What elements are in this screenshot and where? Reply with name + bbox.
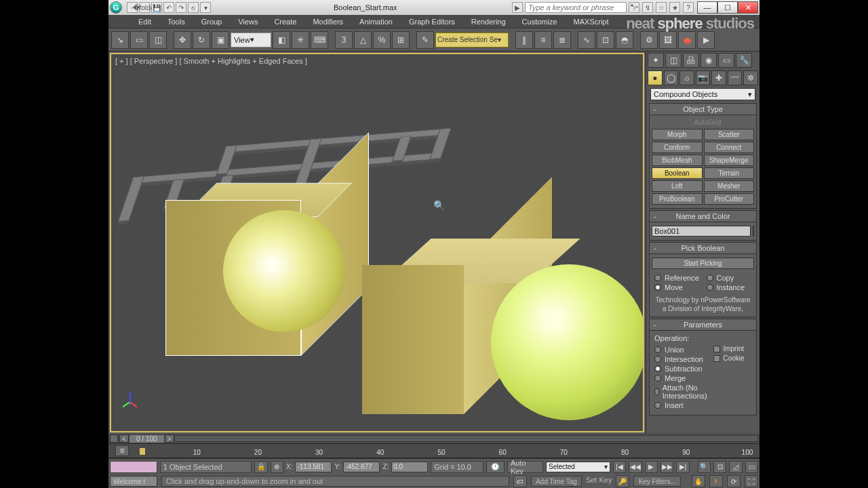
nav-walk-icon[interactable]: 🚶 <box>709 475 723 487</box>
nav-zoomall-icon[interactable]: ⊡ <box>713 461 726 473</box>
anglesnap-icon[interactable]: △ <box>354 31 372 49</box>
time-ruler[interactable]: ≡ 102030405060708090100 <box>108 443 760 458</box>
help-icon[interactable]: ? <box>683 2 694 13</box>
fav-icon[interactable]: ★ <box>669 2 680 13</box>
binoculars-icon[interactable]: 🔭 <box>629 2 639 13</box>
objtype-mesher[interactable]: Mesher <box>704 180 755 192</box>
menu-tools[interactable]: Tools <box>165 16 188 27</box>
menu-grapheditors[interactable]: Graph Editors <box>406 16 458 27</box>
tab-utilities-icon[interactable]: 🔧 <box>736 53 752 68</box>
spinnersnap-icon[interactable]: ⊞ <box>392 31 410 49</box>
key-marker[interactable] <box>140 448 145 455</box>
subtab-cameras-icon[interactable]: 📷 <box>696 70 711 85</box>
subtab-spacewarps-icon[interactable]: 〰 <box>728 70 743 85</box>
subtab-helpers-icon[interactable]: ✚ <box>711 70 726 85</box>
material-icon[interactable]: ◓ <box>616 31 633 49</box>
menu-rendering[interactable]: Rendering <box>469 16 509 27</box>
op-merge[interactable] <box>654 375 661 382</box>
time-slider[interactable]: < 0 / 100 > <box>108 434 760 443</box>
goto-start-icon[interactable]: |◀ <box>613 461 626 473</box>
viewport-perspective[interactable]: [ + ] [ Perspective ] [ Smooth + Highlig… <box>110 53 644 432</box>
pivot-icon[interactable]: ◧ <box>273 31 290 49</box>
move-icon[interactable]: ✥ <box>174 31 191 49</box>
op-subtraction[interactable] <box>654 365 661 372</box>
tab-modify-icon[interactable]: ◫ <box>665 53 682 68</box>
objtype-proboolean[interactable]: ProBoolean <box>652 193 703 205</box>
keyfilters-button[interactable]: Key Filters... <box>633 476 681 487</box>
color-swatch[interactable] <box>753 226 754 237</box>
op-attach-no-intersections-[interactable] <box>654 388 659 395</box>
menu-views[interactable]: Views <box>235 16 260 27</box>
percentsnap-icon[interactable]: % <box>373 31 391 49</box>
play-icon[interactable]: ▶ <box>645 461 658 473</box>
menu-create[interactable]: Create <box>271 16 299 27</box>
more-icon[interactable]: ▾ <box>200 2 211 13</box>
setkey-button[interactable]: Set Key <box>586 476 612 487</box>
prev-frame-icon[interactable]: ◀◀ <box>629 461 642 473</box>
radio-instance[interactable] <box>707 284 713 291</box>
save-icon[interactable]: 💾 <box>151 2 162 13</box>
timeslider-prev[interactable]: < <box>119 434 129 443</box>
rollout-pick-boolean[interactable]: -Pick Boolean <box>649 242 757 254</box>
objtype-terrain[interactable]: Terrain <box>704 167 755 179</box>
tab-hierarchy-icon[interactable]: 品 <box>683 53 699 68</box>
render-prod-icon[interactable]: ▶ <box>697 31 715 49</box>
abs-rel-icon[interactable]: ⊕ <box>271 461 283 473</box>
objtype-procutter[interactable]: ProCutter <box>704 193 755 205</box>
timeslider-config-icon[interactable] <box>110 434 118 443</box>
autogrid-checkbox[interactable] <box>685 119 692 126</box>
timetag-icon[interactable]: 🏷 <box>513 475 527 487</box>
edit-named-icon[interactable]: ✎ <box>416 31 434 49</box>
select-link-icon[interactable]: ↘ <box>111 31 129 49</box>
nav-fov-icon[interactable]: ◿ <box>729 461 742 473</box>
render-icon[interactable]: 🫖 <box>678 31 696 49</box>
wand-icon[interactable]: ↯ <box>642 2 653 13</box>
category-dropdown[interactable]: Compound Objects▾ <box>650 88 755 100</box>
rollout-object-type[interactable]: -Object Type <box>649 103 757 115</box>
subtab-systems-icon[interactable]: ✲ <box>743 70 758 85</box>
nav-zoom-icon[interactable]: 🔍 <box>698 461 711 473</box>
scene-sphere-1[interactable] <box>223 210 345 332</box>
rollout-parameters[interactable]: -Parameters <box>649 319 757 331</box>
curve-editor-icon[interactable]: ∿ <box>578 31 595 49</box>
subtab-geometry-icon[interactable]: ● <box>648 70 663 85</box>
menu-modifiers[interactable]: Modifiers <box>310 16 346 27</box>
keyboard-icon[interactable]: ⌨ <box>311 31 328 49</box>
radio-copy[interactable] <box>707 274 713 281</box>
scale-icon[interactable]: ▣ <box>212 31 229 49</box>
imprint-checkbox[interactable] <box>713 346 720 352</box>
snap3-icon[interactable]: 3 <box>335 31 353 49</box>
rollout-name-color[interactable]: -Name and Color <box>649 210 757 222</box>
goto-end-icon[interactable]: ▶| <box>676 461 689 473</box>
trackbar-toggle-icon[interactable]: ≡ <box>115 445 129 456</box>
render-setup-icon[interactable]: ⚙ <box>640 31 658 49</box>
x-input[interactable] <box>295 462 332 472</box>
objtype-blobmesh[interactable]: BlobMesh <box>652 155 703 166</box>
timeslider-value[interactable]: 0 / 100 <box>129 434 165 443</box>
app-icon[interactable]: G <box>110 1 122 14</box>
tab-motion-icon[interactable]: ◉ <box>701 53 717 68</box>
key-mode-icon[interactable]: 🔑 <box>616 475 629 487</box>
op-union[interactable] <box>654 346 661 353</box>
star-icon[interactable]: ☆ <box>656 2 667 13</box>
objtype-loft[interactable]: Loft <box>652 180 703 192</box>
objtype-boolean[interactable]: Boolean <box>652 167 703 179</box>
radio-reference[interactable] <box>654 274 661 281</box>
tab-display-icon[interactable]: ▭ <box>718 53 734 68</box>
menu-edit[interactable]: Edit <box>136 16 154 27</box>
ref-coord-dropdown[interactable]: View▾ <box>231 33 271 47</box>
objtype-shapemerge[interactable]: ShapeMerge <box>704 155 755 166</box>
menu-animation[interactable]: Animation <box>357 16 395 27</box>
object-name-input[interactable] <box>652 226 751 237</box>
nav-region-icon[interactable]: ▭ <box>745 461 758 473</box>
named-sel-dropdown[interactable]: Create Selection Se▾ <box>435 33 509 47</box>
next-frame-icon[interactable]: ▶▶ <box>660 461 673 473</box>
listener-input[interactable] <box>110 476 157 487</box>
search-input[interactable] <box>525 2 627 13</box>
select-region-icon[interactable]: ▭ <box>130 31 148 49</box>
select-window-icon[interactable]: ◫ <box>149 31 167 49</box>
time-config-icon[interactable]: 🕐 <box>486 461 505 473</box>
scene-sphere-2[interactable] <box>491 264 644 420</box>
key-filter-dropdown[interactable]: Selected▾ <box>546 462 610 472</box>
maxscript-mini[interactable] <box>110 461 157 473</box>
